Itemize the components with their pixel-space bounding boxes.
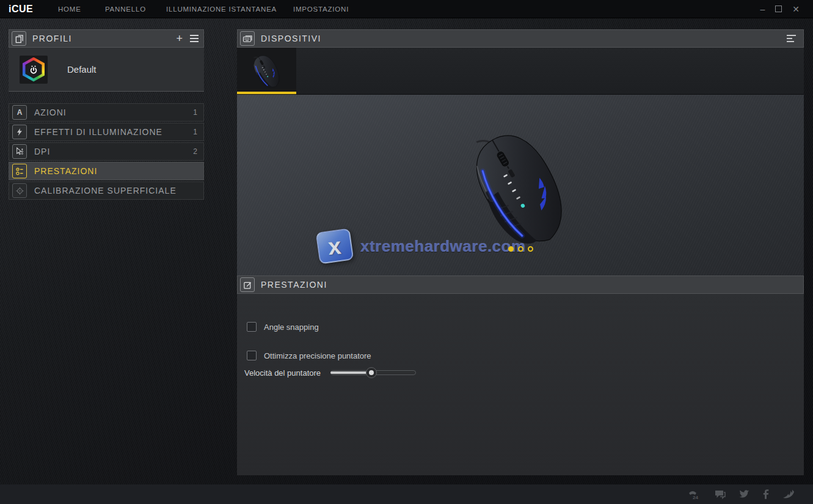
svg-text:24: 24: [693, 495, 698, 500]
minimize-icon[interactable]: –: [760, 0, 765, 18]
sidebar-item-dpi[interactable]: DPI 2: [9, 142, 204, 161]
mouse-thumbnail: [249, 53, 285, 90]
pointer-precision-row: Ottimizza precisione puntatore: [247, 351, 804, 360]
dpi-cursor-icon: [12, 144, 27, 159]
nav-instant-lighting[interactable]: ILLUMINAZIONE ISTANTANEA: [166, 0, 277, 18]
statusbar: 24: [0, 484, 813, 504]
performance-sliders-icon: [12, 164, 27, 178]
profiles-icon: [12, 31, 26, 46]
sidebar-item-actions[interactable]: A AZIONI 1: [9, 103, 204, 122]
profiles-menu-icon[interactable]: [190, 35, 199, 42]
icue-logo: iCUE: [9, 0, 33, 18]
device-tab-mouse[interactable]: [237, 48, 296, 95]
close-icon[interactable]: ✕: [792, 0, 800, 18]
devices-header: DISPOSITIVI: [237, 29, 804, 48]
sidebar-item-surface-calibration[interactable]: CALIBRAZIONE SUPERFICIALE: [9, 181, 204, 200]
angle-snapping-checkbox[interactable]: [247, 322, 257, 332]
sidebar-item-performance[interactable]: PRESTAZIONI: [9, 162, 204, 180]
device-list-menu-icon[interactable]: [787, 35, 798, 42]
profiles-panel: PROFILI + Default A AZIONI 1: [9, 29, 204, 200]
mouse-image: [459, 122, 581, 256]
performance-title: PRESTAZIONI: [261, 280, 327, 290]
profile-avatar: [20, 56, 48, 84]
nav-dashboard[interactable]: PANNELLO: [105, 0, 146, 18]
pointer-speed-row: Velocità del puntatore: [244, 367, 804, 378]
chat-icon[interactable]: [715, 490, 726, 499]
lightning-icon: [12, 125, 27, 139]
pointer-speed-knob[interactable]: [366, 367, 377, 378]
device-settings-menu: A AZIONI 1 EFFETTI DI ILLUMINAZIONE 1: [9, 103, 204, 200]
nav-settings[interactable]: IMPOSTAZIONI: [293, 0, 349, 18]
profile-item-default[interactable]: Default: [9, 48, 204, 92]
active-tab-indicator: [237, 92, 296, 94]
pagination-dot[interactable]: [508, 246, 514, 252]
social-links: 24: [688, 484, 795, 504]
performance-section-header: PRESTAZIONI: [237, 276, 804, 294]
calibration-target-icon: [12, 183, 27, 198]
nav-home[interactable]: HOME: [58, 0, 81, 18]
pointer-speed-fill: [330, 371, 371, 374]
device-pagination[interactable]: [237, 246, 804, 252]
edit-icon: [240, 277, 255, 292]
pointer-precision-checkbox[interactable]: [247, 351, 257, 360]
device-tabstrip: [237, 48, 804, 95]
twitter-icon[interactable]: [739, 490, 749, 499]
device-preview-stage: x xtremehardware.com: [237, 95, 804, 276]
performance-settings: Angle snapping Ottimizza precisione punt…: [237, 294, 804, 475]
actions-icon: A: [12, 105, 27, 120]
devices-panel: DISPOSITIVI x xtremehardware.com: [237, 29, 804, 475]
profiles-title: PROFILI: [32, 34, 72, 43]
maximize-icon[interactable]: [775, 0, 782, 18]
pagination-dot[interactable]: [518, 246, 523, 252]
pagination-dot[interactable]: [528, 246, 533, 252]
facebook-icon[interactable]: [763, 489, 769, 499]
titlebar: iCUE HOME PANNELLO ILLUMINAZIONE ISTANTA…: [0, 0, 813, 18]
keyboard-devices-icon: [240, 31, 255, 46]
sidebar-item-lighting-effects[interactable]: EFFETTI DI ILLUMINAZIONE 1: [9, 123, 204, 141]
angle-snapping-row: Angle snapping: [247, 322, 804, 332]
add-profile-button[interactable]: +: [176, 33, 183, 44]
profiles-header: PROFILI +: [9, 29, 204, 48]
profile-name: Default: [67, 64, 97, 75]
corsair-logo-icon[interactable]: [782, 489, 795, 499]
pointer-speed-label: Velocità del puntatore: [244, 368, 330, 378]
window-controls: – ✕: [760, 0, 800, 18]
devices-title: DISPOSITIVI: [261, 34, 321, 43]
support-24h-icon[interactable]: 24: [688, 489, 701, 500]
pointer-speed-slider[interactable]: [330, 367, 416, 378]
